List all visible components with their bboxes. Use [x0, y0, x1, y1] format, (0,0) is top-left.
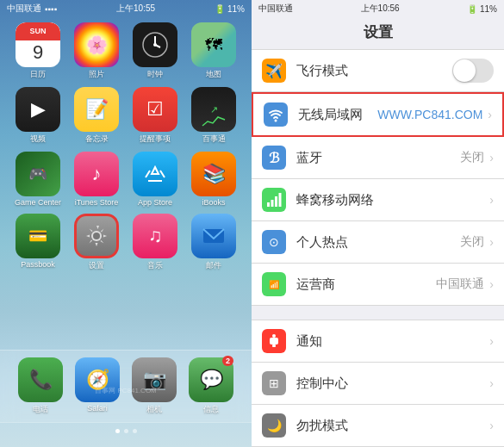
settings-section-1: ✈️ 飞行模式 无线局域网 WWW.PC841.COM › ℬ 蓝牙 关闭 — [252, 49, 504, 306]
page-dot-1 — [115, 429, 120, 433]
settings-item-notify[interactable]: 通知 › — [252, 320, 504, 363]
app-music[interactable]: ♫ 音乐 — [129, 214, 181, 271]
settings-item-carrier[interactable]: 📶 运营商 中国联通 › — [252, 264, 504, 306]
notify-label: 通知 — [296, 333, 489, 350]
hotspot-value: 关闭 — [460, 234, 484, 250]
right-panel: 中国联通 上午10:56 🔋 11% 设置 ✈️ 飞行模式 无线局域 — [252, 0, 504, 447]
airplane-label: 飞行模式 — [296, 63, 452, 79]
app-appstore[interactable]: App Store — [129, 152, 181, 207]
svg-rect-8 — [267, 202, 270, 207]
app-notepad[interactable]: 📝 备忘录 — [71, 87, 122, 145]
wifi-chevron: › — [488, 108, 492, 121]
cellular-label: 蜂窝移动网络 — [296, 192, 489, 208]
app-stocks[interactable]: ↗ 百事通 — [188, 87, 240, 145]
settings-title: 设置 — [252, 17, 504, 49]
app-gamecenter[interactable]: 🎮 Game Center — [12, 152, 64, 207]
cellular-chevron: › — [489, 193, 494, 207]
app-clock[interactable]: 时钟 — [129, 22, 181, 80]
hotspot-chevron: › — [489, 235, 494, 249]
settings-item-cellular[interactable]: 蜂窝移动网络 › — [252, 179, 504, 221]
app-videos[interactable]: ▶ 视频 — [12, 87, 64, 145]
control-label: 控制中心 — [296, 376, 489, 392]
svg-point-14 — [272, 334, 276, 338]
notify-icon — [262, 329, 286, 353]
wifi-icon — [264, 102, 288, 127]
cellular-icon — [262, 188, 286, 212]
wifi-value: WWW.PC841.COM — [377, 108, 482, 121]
app-grid: SUN 9 日历 🌸 照片 时钟 🗺 地图 ▶ — [0, 19, 252, 275]
left-statusbar: 中国联通 ▪▪▪▪ 上午10:55 🔋 11% — [0, 0, 252, 17]
app-mail[interactable]: 邮件 — [188, 214, 240, 271]
airplane-icon: ✈️ — [262, 59, 286, 83]
messages-badge: 2 — [222, 356, 233, 366]
bluetooth-chevron: › — [489, 151, 494, 165]
wifi-label: 无线局域网 — [298, 107, 377, 123]
page-dot-2 — [124, 429, 128, 433]
left-watermark: 百事网 PC841.COM — [95, 386, 157, 395]
control-icon: ⊞ — [262, 371, 286, 395]
svg-rect-10 — [275, 196, 277, 207]
svg-point-3 — [153, 43, 157, 47]
control-chevron: › — [489, 376, 494, 390]
carrier-icon: 📶 — [262, 272, 286, 296]
calendar-date: 9 — [33, 41, 43, 64]
hotspot-icon: ⊙ — [262, 230, 286, 254]
app-calendar[interactable]: SUN 9 日历 — [12, 22, 64, 80]
page-dot-3 — [133, 429, 137, 433]
notify-chevron: › — [489, 334, 494, 348]
settings-item-control[interactable]: ⊞ 控制中心 › — [252, 363, 504, 405]
app-itunes[interactable]: ♪ iTunes Store — [71, 152, 122, 207]
hotspot-label: 个人热点 — [296, 234, 460, 251]
settings-item-wifi[interactable]: 无线局域网 WWW.PC841.COM › — [252, 92, 504, 137]
app-reminder[interactable]: ☑ 提醒事项 — [129, 87, 181, 145]
app-maps[interactable]: 🗺 地图 — [188, 22, 240, 80]
dnd-label: 勿扰模式 — [296, 418, 489, 434]
right-battery: 🔋 11% — [467, 4, 497, 14]
bluetooth-value: 关闭 — [460, 150, 484, 165]
carrier-chevron: › — [489, 277, 494, 291]
settings-item-dnd[interactable]: 🌙 勿扰模式 › — [252, 405, 504, 447]
app-passbook[interactable]: 💳 Passbook — [12, 214, 64, 271]
settings-item-hotspot[interactable]: ⊙ 个人热点 关闭 › — [252, 221, 504, 264]
carrier-value: 中国联通 — [436, 276, 484, 292]
svg-rect-9 — [271, 200, 274, 207]
svg-rect-13 — [272, 345, 276, 347]
right-statusbar: 中国联通 上午10:56 🔋 11% — [252, 0, 504, 17]
app-settings[interactable]: 设置 — [71, 214, 122, 271]
dnd-icon: 🌙 — [262, 413, 286, 438]
page-dots — [0, 429, 252, 433]
svg-rect-12 — [270, 338, 278, 345]
svg-point-5 — [93, 233, 100, 239]
settings-item-bluetooth[interactable]: ℬ 蓝牙 关闭 › — [252, 137, 504, 179]
airplane-toggle[interactable] — [452, 59, 494, 83]
settings-section-2: 通知 › ⊞ 控制中心 › 🌙 勿扰模式 › — [252, 320, 504, 447]
dock-messages[interactable]: 💬 2 信息 — [189, 357, 233, 415]
carrier-label: 运营商 — [296, 276, 436, 293]
dnd-chevron: › — [489, 419, 494, 432]
app-ibooks[interactable]: 📚 iBooks — [188, 152, 240, 207]
left-carrier: 中国联通 ▪▪▪▪ — [7, 3, 57, 15]
left-time: 上午10:55 — [116, 3, 155, 15]
dock-phone[interactable]: 📞 电话 — [18, 357, 63, 415]
right-carrier: 中国联通 — [258, 3, 293, 15]
app-photos[interactable]: 🌸 照片 — [71, 22, 122, 80]
bluetooth-label: 蓝牙 — [296, 150, 460, 166]
right-time: 上午10:56 — [361, 3, 400, 15]
bluetooth-icon: ℬ — [262, 146, 286, 170]
settings-list: ✈️ 飞行模式 无线局域网 WWW.PC841.COM › ℬ 蓝牙 关闭 — [252, 49, 504, 447]
left-panel: 中国联通 ▪▪▪▪ 上午10:55 🔋 11% SUN 9 日历 🌸 照片 — [0, 0, 252, 447]
settings-item-airplane[interactable]: ✈️ 飞行模式 — [252, 49, 504, 92]
svg-point-7 — [275, 120, 277, 122]
svg-rect-11 — [279, 193, 282, 207]
